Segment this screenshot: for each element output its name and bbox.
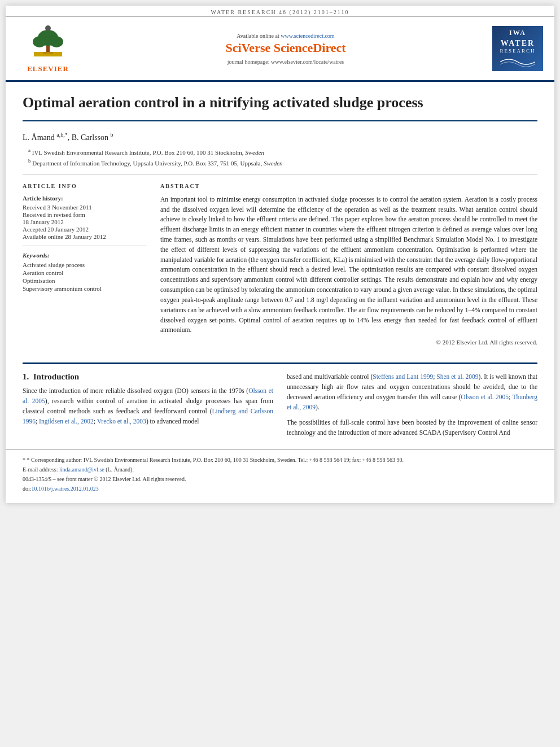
copyright-footnote: 0043-1354/$ – see front matter © 2012 El… — [23, 475, 537, 483]
abstract-text: An important tool to minimise energy con… — [160, 195, 537, 335]
email-footnote: E-mail address: linda.amand@ivl.se (L. Å… — [23, 465, 537, 474]
sciverse-sci: SciVerse — [225, 41, 273, 55]
affil-b-sup: b — [111, 132, 113, 138]
intro-text-right-2: The possibilities of full-scale control … — [287, 418, 537, 438]
article-info-column: ARTICLE INFO Article history: Received 3… — [23, 183, 147, 346]
journal-homepage-text: journal homepage: www.elsevier.com/locat… — [228, 59, 344, 65]
doi-link[interactable]: 10.1016/j.watres.2012.01.023 — [32, 486, 99, 492]
intro-section-heading: 1. Introduction — [23, 372, 273, 382]
article-info-abstract-layout: ARTICLE INFO Article history: Received 3… — [23, 183, 537, 346]
left-divider-1 — [23, 246, 147, 246]
body-col-right: based and multivariable control (Steffen… — [287, 372, 537, 438]
elsevier-tree-icon — [23, 24, 73, 63]
received-revised-date: 18 January 2012 — [23, 219, 147, 225]
water-label: WATER — [501, 39, 535, 48]
sciverse-url-link[interactable]: www.sciencedirect.com — [281, 33, 334, 39]
body-col-left: 1. Introduction Since the introduction o… — [23, 372, 273, 438]
svg-point-4 — [50, 36, 63, 47]
shen-2009-link[interactable]: Shen et al. 2009 — [436, 373, 478, 380]
page: WATER RESEARCH 46 (2012) 2101–2110 ELSEV… — [6, 6, 554, 503]
abstract-section-title: ABSTRACT — [160, 183, 537, 189]
journal-homepage: journal homepage: www.elsevier.com/locat… — [79, 59, 492, 65]
water-waves-icon — [498, 56, 537, 68]
keyword-2: Aeration control — [23, 269, 147, 276]
ingildsen-2002-link[interactable]: Ingildsen et al., 2002 — [39, 418, 94, 425]
sciverse-sd: ScienceDirect — [274, 41, 346, 55]
copyright-line: © 2012 Elsevier Ltd. All rights reserved… — [160, 339, 537, 346]
affiliation-b: b Department of Information Technology, … — [23, 158, 537, 167]
water-research-logo: IWA WATER RESEARCH — [492, 26, 543, 71]
email-link[interactable]: linda.amand@ivl.se — [59, 466, 104, 473]
affiliation-a: a IVL Swedish Environmental Research Ins… — [23, 147, 537, 156]
affil-a-marker: a — [28, 147, 30, 153]
journal-header-text: WATER RESEARCH 46 (2012) 2101–2110 — [211, 9, 349, 15]
article-info-section-title: ARTICLE INFO — [23, 183, 147, 189]
steffens-1999-link[interactable]: Steffens and Lant 1999 — [373, 373, 433, 380]
svg-point-3 — [33, 36, 46, 47]
header-logos: ELSEVIER Available online at www.science… — [6, 17, 554, 82]
keyword-4: Supervisory ammonium control — [23, 285, 147, 292]
center-header: Available online at www.sciencedirect.co… — [79, 33, 492, 65]
received-revised-label: Received in revised form — [23, 211, 147, 218]
intro-text-right-1: based and multivariable control (Steffen… — [287, 372, 537, 412]
abstract-column: ABSTRACT An important tool to minimise e… — [160, 183, 537, 346]
affil-b-marker: b — [28, 158, 31, 164]
intro-title: Introduction — [33, 372, 79, 381]
divider-after-affiliations — [23, 174, 537, 175]
main-content: 1. Introduction Since the introduction o… — [6, 362, 554, 449]
svg-rect-6 — [43, 52, 53, 54]
intro-number: 1. — [23, 372, 29, 381]
article-title: Optimal aeration control in a nitrifying… — [23, 93, 537, 121]
olsson-2005-link[interactable]: Olsson et al. 2005 — [23, 387, 273, 404]
research-label: RESEARCH — [500, 48, 535, 54]
thick-divider — [23, 362, 537, 364]
article-content: Optimal aeration control in a nitrifying… — [6, 82, 554, 357]
received-date-1: Received 3 November 2011 — [23, 204, 147, 211]
elsevier-text-label: ELSEVIER — [27, 64, 69, 73]
authors: L. Åmand a,b,*, B. Carlsson b — [23, 132, 537, 142]
doi-footnote: doi:10.1016/j.watres.2012.01.023 — [23, 484, 537, 493]
elsevier-logo: ELSEVIER — [17, 24, 79, 73]
iwa-label: IWA — [509, 29, 526, 37]
introduction-layout: 1. Introduction Since the introduction o… — [23, 372, 537, 438]
journal-header: WATER RESEARCH 46 (2012) 2101–2110 — [6, 6, 554, 17]
olsson-2005b-link[interactable]: Olsson et al. 2005 — [461, 394, 509, 400]
corresponding-author-text: * Corresponding author: IVL Swedish Envi… — [27, 457, 404, 463]
article-history-label: Article history: — [23, 195, 147, 202]
svg-point-5 — [45, 25, 51, 31]
affil-a-sup: a,b,* — [56, 132, 67, 138]
footnote-area: * * Corresponding author: IVL Swedish En… — [6, 449, 554, 503]
corresponding-author-footnote: * * Corresponding author: IVL Swedish En… — [23, 456, 537, 464]
vrecko-2003-link[interactable]: Vrecko et al., 2003 — [97, 418, 146, 425]
sciverse-title: SciVerse ScienceDirect — [79, 41, 492, 55]
keywords-label: Keywords: — [23, 252, 147, 259]
accepted-date: Accepted 20 January 2012 — [23, 226, 147, 233]
keyword-1: Activated sludge process — [23, 261, 147, 268]
available-online-date: Available online 28 January 2012 — [23, 233, 147, 240]
available-online-text: Available online at www.sciencedirect.co… — [79, 33, 492, 39]
intro-text-left: Since the introduction of more reliable … — [23, 386, 273, 426]
keyword-3: Optimisation — [23, 277, 147, 284]
